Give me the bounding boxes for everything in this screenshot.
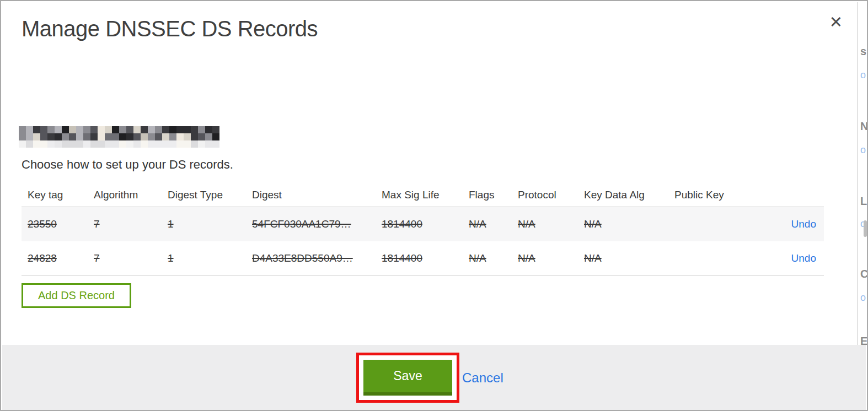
- table-row: 23550 7 1 54FCF030AA1C79… 1814400 N/A N/…: [22, 207, 824, 241]
- column-header-flags: Flags: [469, 189, 518, 201]
- undo-link[interactable]: Undo: [791, 252, 816, 264]
- background-page-strip: soNoLoCoE: [858, 2, 868, 345]
- column-header-key-tag: Key tag: [28, 189, 94, 201]
- cell-key-tag: 24828: [28, 252, 94, 264]
- cell-digest: D4A33E8DD550A9…: [252, 252, 382, 264]
- instruction-text: Choose how to set up your DS records.: [22, 158, 233, 172]
- cell-digest: 54FCF030AA1C79…: [252, 218, 382, 230]
- cancel-link[interactable]: Cancel: [462, 370, 503, 386]
- ds-records-table: Key tag Algorithm Digest Type Digest Max…: [22, 183, 824, 275]
- cell-flags: N/A: [469, 252, 518, 264]
- scrollbar-thumb[interactable]: [864, 220, 867, 237]
- undo-link[interactable]: Undo: [791, 218, 816, 230]
- table-header-row: Key tag Algorithm Digest Type Digest Max…: [22, 183, 824, 207]
- cell-max-sig-life: 1814400: [382, 252, 469, 264]
- column-header-protocol: Protocol: [518, 189, 584, 201]
- column-header-public-key: Public Key: [674, 189, 752, 201]
- cell-flags: N/A: [469, 218, 518, 230]
- column-header-algorithm: Algorithm: [94, 189, 168, 201]
- save-button[interactable]: Save: [363, 360, 452, 396]
- add-ds-record-button[interactable]: Add DS Record: [22, 283, 131, 308]
- column-header-key-data-alg: Key Data Alg: [584, 189, 674, 201]
- cell-protocol: N/A: [518, 218, 584, 230]
- cell-algorithm: 7: [94, 218, 168, 230]
- dialog-manage-dnssec: Manage DNSSEC DS Records ✕ Choose how to…: [0, 0, 868, 411]
- cell-key-tag: 23550: [28, 218, 94, 230]
- save-annotation-highlight-box: Save: [356, 353, 459, 403]
- cell-digest-type: 1: [168, 252, 252, 264]
- close-icon[interactable]: ✕: [825, 11, 847, 33]
- page-title: Manage DNSSEC DS Records: [22, 17, 318, 41]
- column-header-digest-type: Digest Type: [168, 189, 252, 201]
- cell-key-data-alg: N/A: [584, 218, 674, 230]
- cell-protocol: N/A: [518, 252, 584, 264]
- dialog-footer: Save Cancel: [2, 345, 866, 410]
- modal-right-border: [857, 2, 858, 345]
- cell-digest-type: 1: [168, 218, 252, 230]
- table-row: 24828 7 1 D4A33E8DD550A9… 1814400 N/A N/…: [22, 241, 824, 275]
- cell-algorithm: 7: [94, 252, 168, 264]
- cell-key-data-alg: N/A: [584, 252, 674, 264]
- column-header-digest: Digest: [252, 189, 382, 201]
- cell-max-sig-life: 1814400: [382, 218, 469, 230]
- domain-name-redacted: [19, 126, 219, 148]
- column-header-max-sig-life: Max Sig Life: [382, 189, 469, 201]
